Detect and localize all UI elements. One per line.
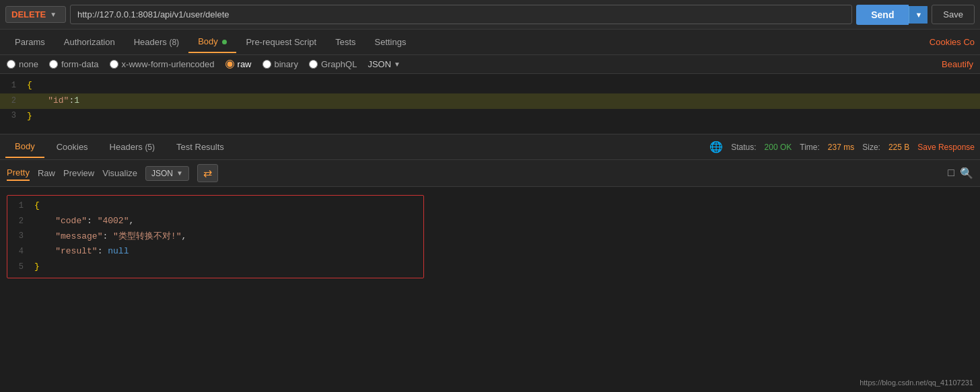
size-value: 225 B <box>888 143 909 152</box>
resp-format-select[interactable]: JSON ▼ <box>145 166 189 181</box>
resp-line-1: 1 { <box>7 198 423 214</box>
fmt-tab-visualize[interactable]: Visualize <box>102 166 137 180</box>
tab-headers[interactable]: Headers (8) <box>125 32 188 52</box>
search-icon[interactable]: 🔍 <box>960 167 973 180</box>
response-body: 1 { 2 "code": "4002", 3 "message": "类型转换… <box>0 187 980 286</box>
beautify-button[interactable]: Beautify <box>942 59 973 69</box>
time-label: Time: <box>800 143 820 152</box>
response-format-bar: Pretty Raw Preview Visualize JSON ▼ ⇄ □ … <box>0 160 980 187</box>
body-type-binary[interactable]: binary <box>262 59 298 69</box>
time-value: 237 ms <box>828 143 854 152</box>
body-type-graphql[interactable]: GraphQL <box>309 59 357 69</box>
method-chevron-icon: ▼ <box>50 11 57 18</box>
tab-authorization[interactable]: Authorization <box>55 32 125 52</box>
cookies-link[interactable]: Cookies Co <box>930 37 975 47</box>
request-tab-bar: Params Authorization Headers (8) Body Pr… <box>0 30 980 55</box>
body-type-urlencoded[interactable]: x-www-form-urlencoded <box>110 59 215 69</box>
resp-right-icons: □ 🔍 <box>948 167 973 180</box>
body-type-none[interactable]: none <box>7 59 38 69</box>
body-type-bar: none form-data x-www-form-urlencoded raw… <box>0 55 980 74</box>
format-select-group[interactable]: JSON ▼ <box>368 59 400 69</box>
resp-tab-body[interactable]: Body <box>5 136 44 158</box>
resp-line-4: 4 "result": null <box>7 244 423 260</box>
req-line-2: 2 "id":1 <box>0 93 980 109</box>
resp-line-5: 5 } <box>7 260 423 275</box>
copy-icon[interactable]: □ <box>948 167 954 180</box>
send-button[interactable]: Send <box>856 5 909 25</box>
response-section: Body Cookies Headers (5) Test Results 🌐 … <box>0 134 980 286</box>
resp-tab-cookies[interactable]: Cookies <box>47 136 98 157</box>
status-label: Status: <box>731 143 756 152</box>
tab-prerequest[interactable]: Pre-request Script <box>236 32 326 52</box>
req-line-1: 1 { <box>0 78 980 93</box>
fmt-tab-preview[interactable]: Preview <box>63 166 94 180</box>
status-value: 200 OK <box>765 143 792 152</box>
body-dot-indicator <box>222 40 227 44</box>
response-tab-bar: Body Cookies Headers (5) Test Results 🌐 … <box>0 134 980 160</box>
size-label: Size: <box>862 143 880 152</box>
response-meta: 🌐 Status: 200 OK Time: 237 ms Size: 225 … <box>709 141 975 153</box>
wrap-button[interactable]: ⇄ <box>197 164 218 182</box>
body-type-formdata[interactable]: form-data <box>49 59 99 69</box>
globe-icon: 🌐 <box>709 141 723 153</box>
resp-tab-headers[interactable]: Headers (5) <box>100 136 164 157</box>
fmt-tab-raw[interactable]: Raw <box>38 166 55 180</box>
send-dropdown-button[interactable]: ▼ <box>909 6 928 24</box>
url-input[interactable] <box>70 5 852 24</box>
fmt-tab-pretty[interactable]: Pretty <box>7 165 30 181</box>
save-response-button[interactable]: Save Response <box>917 143 975 152</box>
body-type-raw[interactable]: raw <box>225 59 252 69</box>
headers-badge: (8) <box>169 38 179 47</box>
resp-line-3: 3 "message": "类型转换不对!", <box>7 229 423 245</box>
resp-format-chevron-icon: ▼ <box>176 169 183 177</box>
resp-line-2: 2 "code": "4002", <box>7 214 423 229</box>
resp-tab-testresults[interactable]: Test Results <box>167 136 234 157</box>
tab-params[interactable]: Params <box>5 32 55 52</box>
tab-settings[interactable]: Settings <box>365 32 416 52</box>
req-line-3: 3 } <box>0 109 980 124</box>
watermark: https://blog.csdn.net/qq_41107231 <box>860 379 973 387</box>
format-chevron-icon: ▼ <box>394 61 400 68</box>
top-bar: DELETE ▼ Send ▼ Save <box>0 0 980 30</box>
method-select[interactable]: DELETE ▼ <box>5 6 66 23</box>
send-btn-group: Send ▼ <box>856 5 928 25</box>
request-body-editor[interactable]: 1 { 2 "id":1 3 } <box>0 74 980 134</box>
tab-body[interactable]: Body <box>188 31 236 53</box>
response-body-inner: 1 { 2 "code": "4002", 3 "message": "类型转换… <box>7 195 424 278</box>
save-button[interactable]: Save <box>932 5 975 24</box>
method-label: DELETE <box>11 9 46 19</box>
tab-tests[interactable]: Tests <box>326 32 365 52</box>
